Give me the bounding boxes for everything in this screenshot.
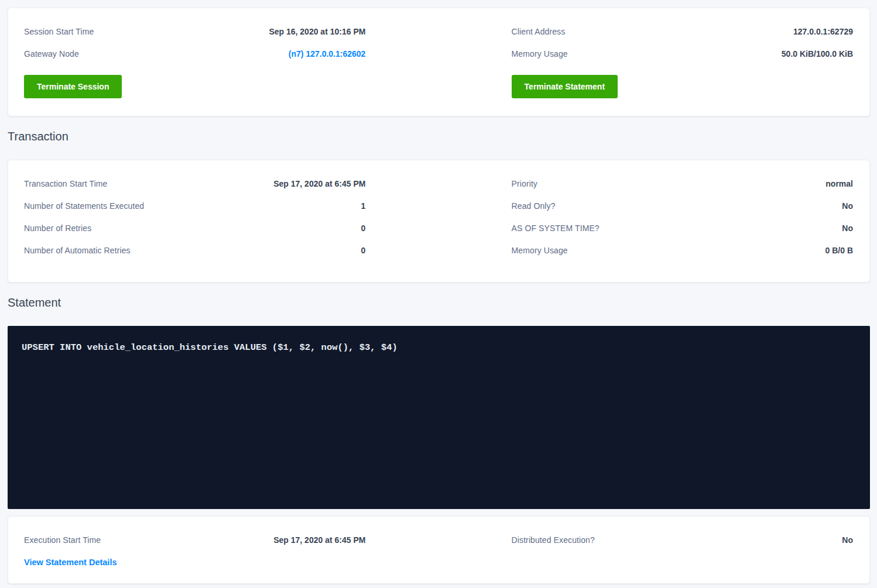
session-start-time-label: Session Start Time (24, 27, 94, 36)
gateway-node-row: Gateway Node (n7) 127.0.0.1:62602 (24, 49, 365, 59)
execution-start-time-row: Execution Start Time Sep 17, 2020 at 6:4… (24, 535, 365, 545)
session-memory-usage-row: Memory Usage 50.0 KiB/100.0 KiB (512, 49, 853, 59)
priority-row: Priority normal (512, 179, 853, 188)
session-memory-usage-label: Memory Usage (512, 49, 568, 59)
transaction-start-time-row: Transaction Start Time Sep 17, 2020 at 6… (24, 179, 365, 188)
read-only-value: No (842, 201, 853, 211)
session-card-left-column: Session Start Time Sep 16, 2020 at 10:16… (24, 27, 365, 98)
sql-statement-text: UPSERT INTO vehicle_location_histories V… (22, 342, 856, 354)
session-memory-usage-value: 50.0 KiB/100.0 KiB (782, 49, 853, 59)
transaction-memory-usage-value: 0 B/0 B (825, 246, 853, 255)
transaction-card-left-column: Transaction Start Time Sep 17, 2020 at 6… (24, 179, 365, 255)
terminate-session-button[interactable]: Terminate Session (24, 75, 122, 98)
automatic-retries-value: 0 (361, 246, 366, 255)
priority-label: Priority (512, 179, 537, 188)
session-card-right-column: Client Address 127.0.0.1:62729 Memory Us… (512, 27, 853, 98)
statement-details-card: Execution Start Time Sep 17, 2020 at 6:4… (8, 516, 870, 584)
retries-row: Number of Retries 0 (24, 223, 365, 233)
client-address-label: Client Address (512, 27, 566, 36)
view-statement-details-link[interactable]: View Statement Details (24, 558, 117, 567)
transaction-card: Transaction Start Time Sep 17, 2020 at 6… (8, 160, 870, 283)
distributed-execution-label: Distributed Execution? (512, 535, 595, 545)
session-start-time-row: Session Start Time Sep 16, 2020 at 10:16… (24, 27, 365, 36)
statements-executed-label: Number of Statements Executed (24, 201, 144, 211)
statements-executed-value: 1 (361, 201, 366, 211)
statements-executed-row: Number of Statements Executed 1 (24, 201, 365, 211)
execution-start-time-value: Sep 17, 2020 at 6:45 PM (273, 535, 365, 545)
automatic-retries-row: Number of Automatic Retries 0 (24, 246, 365, 255)
session-details-page: Session Start Time Sep 16, 2020 at 10:16… (0, 0, 877, 588)
session-start-time-value: Sep 16, 2020 at 10:16 PM (269, 27, 365, 36)
distributed-execution-value: No (842, 535, 853, 545)
transaction-section-title: Transaction (8, 130, 870, 143)
gateway-node-link[interactable]: (n7) 127.0.0.1:62602 (289, 49, 366, 59)
session-summary-card: Session Start Time Sep 16, 2020 at 10:16… (8, 8, 870, 116)
gateway-node-label: Gateway Node (24, 49, 79, 59)
terminate-statement-button[interactable]: Terminate Statement (512, 75, 618, 98)
statement-details-left-column: Execution Start Time Sep 17, 2020 at 6:4… (24, 535, 365, 567)
automatic-retries-label: Number of Automatic Retries (24, 246, 131, 255)
retries-value: 0 (361, 223, 366, 233)
statement-details-right-column: Distributed Execution? No (512, 535, 853, 567)
client-address-value: 127.0.0.1:62729 (793, 27, 853, 36)
distributed-execution-row: Distributed Execution? No (512, 535, 853, 545)
as-of-system-time-row: AS OF SYSTEM TIME? No (512, 223, 853, 233)
client-address-row: Client Address 127.0.0.1:62729 (512, 27, 853, 36)
as-of-system-time-label: AS OF SYSTEM TIME? (512, 223, 599, 233)
transaction-memory-usage-row: Memory Usage 0 B/0 B (512, 246, 853, 255)
retries-label: Number of Retries (24, 223, 91, 233)
view-statement-details-row: View Statement Details (24, 558, 365, 567)
execution-start-time-label: Execution Start Time (24, 535, 101, 545)
priority-value: normal (825, 179, 853, 188)
transaction-start-time-value: Sep 17, 2020 at 6:45 PM (273, 179, 365, 188)
transaction-memory-usage-label: Memory Usage (512, 246, 568, 255)
read-only-row: Read Only? No (512, 201, 853, 211)
transaction-card-right-column: Priority normal Read Only? No AS OF SYST… (512, 179, 853, 255)
read-only-label: Read Only? (512, 201, 556, 211)
transaction-start-time-label: Transaction Start Time (24, 179, 108, 188)
as-of-system-time-value: No (842, 223, 853, 233)
statement-sql-box: UPSERT INTO vehicle_location_histories V… (8, 326, 870, 509)
statement-section-title: Statement (8, 296, 870, 310)
